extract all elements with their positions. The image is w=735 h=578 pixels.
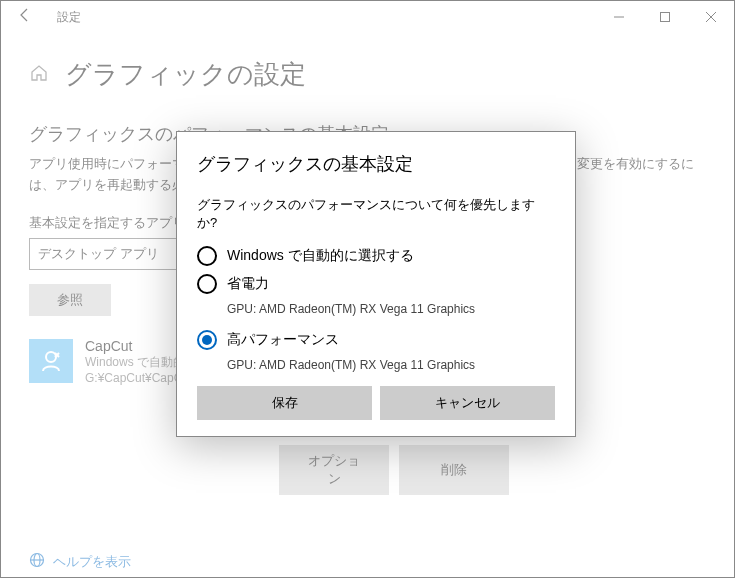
radio-icon <box>197 246 217 266</box>
radio-option-auto[interactable]: Windows で自動的に選択する <box>197 246 555 266</box>
radio-icon <box>197 330 217 350</box>
radio-sub: GPU: AMD Radeon(TM) RX Vega 11 Graphics <box>227 302 555 316</box>
graphics-pref-modal: グラフィックスの基本設定 グラフィックスのパフォーマンスについて何を優先しますか… <box>176 131 576 437</box>
radio-label: 省電力 <box>227 275 269 293</box>
save-button[interactable]: 保存 <box>197 386 372 420</box>
radio-option-power-saving[interactable]: 省電力 <box>197 274 555 294</box>
radio-label: Windows で自動的に選択する <box>227 247 414 265</box>
modal-question: グラフィックスのパフォーマンスについて何を優先しますか? <box>197 196 555 232</box>
radio-label: 高パフォーマンス <box>227 331 339 349</box>
radio-option-high-perf[interactable]: 高パフォーマンス <box>197 330 555 350</box>
cancel-button[interactable]: キャンセル <box>380 386 555 420</box>
modal-title: グラフィックスの基本設定 <box>197 152 555 176</box>
radio-icon <box>197 274 217 294</box>
radio-sub: GPU: AMD Radeon(TM) RX Vega 11 Graphics <box>227 358 555 372</box>
